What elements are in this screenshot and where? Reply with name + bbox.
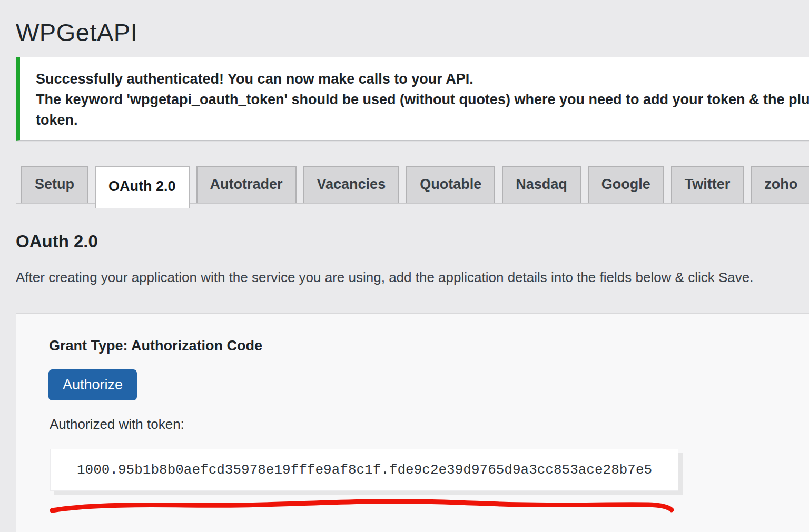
notice-line-2: The keyword 'wpgetapi_oauth_token' shoul… — [36, 89, 809, 110]
tab-autotrader[interactable]: Autotrader — [196, 166, 297, 203]
settings-tab-bar: Setup OAuth 2.0 Autotrader Vacancies Quo… — [16, 166, 809, 204]
red-underline-path — [52, 501, 672, 510]
tab-nasdaq[interactable]: Nasdaq — [502, 166, 581, 203]
authorize-button[interactable]: Authorize — [48, 369, 137, 400]
page-title: WPGetAPI — [16, 18, 137, 47]
token-field[interactable]: 1000.95b1b8b0aefcd35978e19fffe9af8c1f.fd… — [50, 449, 678, 491]
tab-setup[interactable]: Setup — [21, 166, 88, 203]
tab-google[interactable]: Google — [588, 166, 664, 203]
red-underline-annotation — [48, 496, 680, 521]
token-value: 1000.95b1b8b0aefcd35978e19fffe9af8c1f.fd… — [77, 462, 652, 478]
wpgetapi-settings-page: WPGetAPI Successfully authenticated! You… — [0, 0, 809, 532]
section-heading-oauth: OAuth 2.0 — [16, 232, 98, 252]
oauth-settings-panel: Grant Type: Authorization Code Authorize… — [16, 313, 809, 532]
tab-zoho[interactable]: zoho — [751, 166, 809, 203]
tab-oauth-2-0[interactable]: OAuth 2.0 — [95, 166, 190, 208]
tab-vacancies[interactable]: Vacancies — [303, 166, 400, 203]
success-notice: Successfully authenticated! You can now … — [16, 57, 809, 141]
tab-twitter[interactable]: Twitter — [671, 166, 744, 203]
section-description: After creating your application with the… — [16, 269, 753, 286]
notice-line-1: Successfully authenticated! You can now … — [36, 69, 809, 89]
tab-quotable[interactable]: Quotable — [406, 166, 495, 203]
authorized-with-token-label: Authorized with token: — [50, 416, 184, 433]
grant-type-heading: Grant Type: Authorization Code — [49, 338, 262, 354]
notice-line-3: token. — [36, 110, 809, 131]
